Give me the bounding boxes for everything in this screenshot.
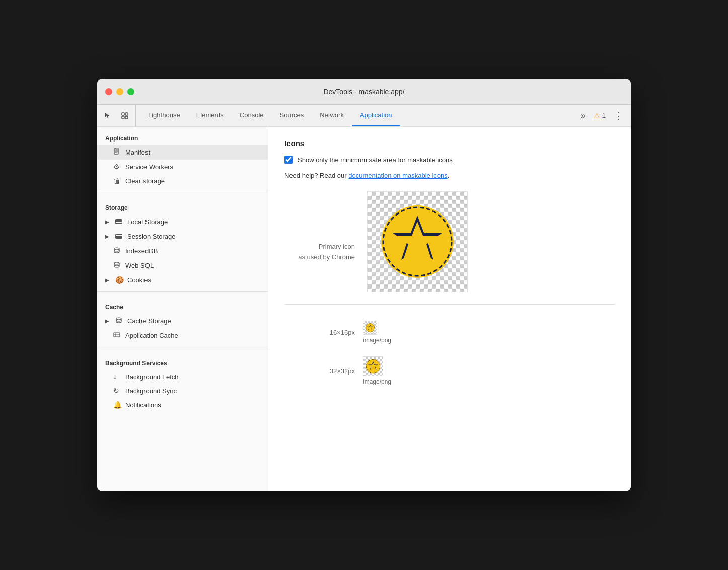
help-text: Need help? Read our documentation on mas…	[284, 172, 615, 179]
tab-elements[interactable]: Elements	[188, 105, 232, 126]
primary-icon-svg	[377, 201, 458, 282]
cache-storage-label: Cache Storage	[127, 317, 171, 325]
svg-rect-9	[116, 220, 122, 221]
svg-rect-14	[116, 236, 122, 237]
sidebar-item-application-cache[interactable]: Application Cache	[97, 328, 268, 343]
manifest-icon	[113, 148, 121, 157]
icon-16-label: 16×16px	[330, 329, 355, 336]
cursor-icon[interactable]	[101, 109, 114, 122]
icon-16-row: 16×16px image/png	[284, 321, 615, 344]
sidebar-item-background-fetch[interactable]: ↕ Background Fetch	[97, 370, 268, 384]
sidebar-item-service-workers[interactable]: ⚙ Service Workers	[97, 160, 268, 174]
expand-arrow-session-storage: ▶	[105, 234, 109, 239]
maximize-button[interactable]	[127, 88, 134, 95]
section-title: Icons	[284, 139, 615, 148]
manifest-label: Manifest	[125, 149, 150, 156]
sidebar-item-indexeddb[interactable]: IndexedDB	[97, 244, 268, 258]
icon-32-label-group: 32×32px	[284, 366, 355, 375]
local-storage-label: Local Storage	[127, 218, 168, 226]
svg-rect-10	[116, 221, 122, 222]
sidebar-item-clear-storage[interactable]: 🗑 Clear storage	[97, 174, 268, 188]
tab-console[interactable]: Console	[232, 105, 272, 126]
help-link[interactable]: documentation on maskable icons	[348, 172, 448, 179]
icon-32-mime: image/png	[363, 378, 391, 385]
icon-preview-section: Primary icon as used by Chrome	[284, 191, 615, 385]
storage-section-header: Storage	[97, 196, 268, 215]
sidebar-item-notifications[interactable]: 🔔 Notifications	[97, 398, 268, 412]
application-cache-icon	[113, 331, 121, 340]
minimize-button[interactable]	[116, 88, 123, 95]
application-cache-label: Application Cache	[125, 332, 178, 339]
tab-network[interactable]: Network	[312, 105, 352, 126]
cookies-label: Cookies	[127, 276, 151, 284]
title-bar: DevTools - maskable.app/	[97, 79, 631, 105]
svg-rect-20	[114, 333, 120, 337]
window-title: DevTools - maskable.app/	[323, 88, 404, 96]
close-button[interactable]	[105, 88, 112, 95]
clear-storage-label: Clear storage	[125, 177, 165, 185]
tab-bar: Lighthouse Elements Console Sources Netw…	[97, 105, 631, 127]
sidebar-item-session-storage[interactable]: ▶ Session Storage	[97, 229, 268, 244]
tab-sources[interactable]: Sources	[272, 105, 312, 126]
sidebar-item-web-sql[interactable]: Web SQL	[97, 258, 268, 273]
expand-arrow-local-storage: ▶	[105, 219, 109, 225]
background-sync-icon: ↻	[113, 387, 121, 395]
icon-32-canvas	[363, 356, 383, 376]
divider-3	[97, 347, 268, 347]
content-panel: Icons Show only the minimum safe area fo…	[268, 127, 631, 491]
tabs: Lighthouse Elements Console Sources Netw…	[140, 105, 577, 126]
warning-icon: ⚠	[594, 112, 600, 120]
sidebar: Application Manifest ⚙ Service Workers	[97, 127, 268, 491]
cache-storage-icon	[115, 317, 123, 325]
background-fetch-icon: ↕	[113, 373, 121, 381]
icon-16-canvas	[363, 321, 377, 335]
icon-32-label: 32×32px	[330, 367, 355, 375]
maskable-checkbox-label[interactable]: Show only the minimum safe area for mask…	[298, 156, 453, 164]
notifications-label: Notifications	[125, 401, 161, 409]
icon-32-row: 32×32px image/png	[284, 356, 615, 385]
sidebar-item-manifest[interactable]: Manifest	[97, 145, 268, 160]
maskable-checkbox-row: Show only the minimum safe area for mask…	[284, 156, 615, 164]
tab-lighthouse[interactable]: Lighthouse	[140, 105, 188, 126]
tab-application[interactable]: Application	[352, 105, 400, 126]
background-sync-label: Background Sync	[125, 387, 177, 395]
tab-overflow-button[interactable]: »	[577, 105, 590, 126]
icon-16-svg	[365, 323, 375, 333]
main-area: Application Manifest ⚙ Service Workers	[97, 127, 631, 491]
divider-1	[97, 192, 268, 192]
session-storage-label: Session Storage	[127, 233, 175, 240]
maskable-checkbox[interactable]	[284, 156, 293, 164]
svg-point-19	[116, 318, 121, 320]
svg-rect-13	[116, 234, 122, 235]
icon-16-wrap: image/png	[363, 321, 391, 344]
icon-16-mime: image/png	[363, 337, 391, 344]
clear-storage-icon: 🗑	[113, 177, 121, 185]
svg-rect-5	[116, 148, 118, 150]
svg-rect-0	[122, 113, 124, 115]
application-section-header: Application	[97, 127, 268, 145]
svg-point-18	[114, 262, 119, 264]
svg-rect-2	[122, 116, 124, 119]
inspect-icon[interactable]	[118, 109, 131, 122]
web-sql-label: Web SQL	[125, 262, 154, 269]
icon-32-wrap: image/png	[363, 356, 391, 385]
svg-point-17	[114, 248, 119, 250]
sidebar-item-cookies[interactable]: ▶ 🍪 Cookies	[97, 273, 268, 287]
primary-icon-label: Primary icon as used by Chrome	[298, 242, 355, 263]
divider-2	[97, 291, 268, 292]
sidebar-item-cache-storage[interactable]: ▶ Cache Storage	[97, 314, 268, 328]
svg-rect-1	[125, 113, 128, 115]
sidebar-item-background-sync[interactable]: ↻ Background Sync	[97, 384, 268, 398]
web-sql-icon	[113, 261, 121, 270]
svg-rect-3	[125, 116, 128, 119]
more-menu-button[interactable]: ⋮	[610, 105, 627, 126]
devtools-icons	[101, 105, 136, 126]
icon-list-divider	[284, 304, 615, 305]
sidebar-item-local-storage[interactable]: ▶ Local Storage	[97, 215, 268, 229]
icon-16-label-group: 16×16px	[284, 328, 355, 337]
cookies-icon: 🍪	[115, 276, 123, 284]
svg-rect-15	[116, 237, 122, 238]
session-storage-icon	[115, 232, 123, 241]
background-section-header: Background Services	[97, 351, 268, 370]
primary-icon-label-group: Primary icon as used by Chrome	[284, 191, 355, 263]
